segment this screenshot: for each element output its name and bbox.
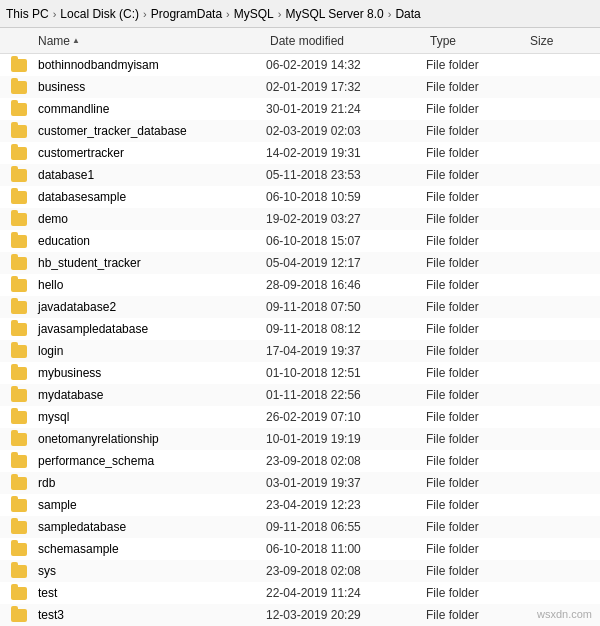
file-date: 06-10-2018 11:00 (266, 542, 426, 556)
file-name: sampledatabase (34, 520, 266, 534)
file-icon-cell (4, 411, 34, 424)
file-icon-cell (4, 323, 34, 336)
table-row[interactable]: mybusiness 01-10-2018 12:51 File folder (0, 362, 600, 384)
file-icon-cell (4, 257, 34, 270)
table-row[interactable]: login 17-04-2019 19:37 File folder (0, 340, 600, 362)
sep5: › (388, 8, 392, 20)
folder-icon (11, 169, 27, 182)
folder-icon (11, 433, 27, 446)
table-row[interactable]: mydatabase 01-11-2018 22:56 File folder (0, 384, 600, 406)
file-type: File folder (426, 102, 526, 116)
table-row[interactable]: bothinnodbandmyisam 06-02-2019 14:32 Fil… (0, 54, 600, 76)
file-type: File folder (426, 476, 526, 490)
folder-icon (11, 477, 27, 490)
table-row[interactable]: performance_schema 23-09-2018 02:08 File… (0, 450, 600, 472)
file-type: File folder (426, 410, 526, 424)
table-row[interactable]: customer_tracker_database 02-03-2019 02:… (0, 120, 600, 142)
table-row[interactable]: rdb 03-01-2019 19:37 File folder (0, 472, 600, 494)
file-icon-cell (4, 389, 34, 402)
file-name: performance_schema (34, 454, 266, 468)
file-name: sys (34, 564, 266, 578)
table-row[interactable]: database1 05-11-2018 23:53 File folder (0, 164, 600, 186)
folder-icon (11, 213, 27, 226)
file-type: File folder (426, 168, 526, 182)
watermark: wsxdn.com (537, 608, 592, 620)
file-date: 02-01-2019 17:32 (266, 80, 426, 94)
breadcrumb-mysql-server[interactable]: MySQL Server 8.0 (285, 7, 383, 21)
col-name-label: Name (38, 34, 70, 48)
file-name: test3 (34, 608, 266, 622)
sort-arrow: ▲ (72, 36, 80, 45)
table-row[interactable]: test 22-04-2019 11:24 File folder (0, 582, 600, 604)
file-date: 19-02-2019 03:27 (266, 212, 426, 226)
file-date: 28-09-2018 16:46 (266, 278, 426, 292)
table-row[interactable]: customertracker 14-02-2019 19:31 File fo… (0, 142, 600, 164)
file-icon-cell (4, 125, 34, 138)
file-name: commandline (34, 102, 266, 116)
col-header-name[interactable]: Name ▲ (34, 32, 266, 50)
col-header-type[interactable]: Type (426, 32, 526, 50)
file-name: education (34, 234, 266, 248)
sep3: › (226, 8, 230, 20)
col-header-size[interactable]: Size (526, 32, 596, 50)
file-type: File folder (426, 124, 526, 138)
file-date: 01-11-2018 22:56 (266, 388, 426, 402)
file-type: File folder (426, 586, 526, 600)
file-type: File folder (426, 344, 526, 358)
file-date: 12-03-2019 20:29 (266, 608, 426, 622)
breadcrumb-mysql[interactable]: MySQL (234, 7, 274, 21)
file-date: 01-10-2018 12:51 (266, 366, 426, 380)
breadcrumb-programdata[interactable]: ProgramData (151, 7, 222, 21)
table-row[interactable]: demo 19-02-2019 03:27 File folder (0, 208, 600, 230)
address-bar: This PC › Local Disk (C:) › ProgramData … (0, 0, 600, 28)
table-row[interactable]: sample 23-04-2019 12:23 File folder (0, 494, 600, 516)
folder-icon (11, 81, 27, 94)
column-headers: Name ▲ Date modified Type Size (0, 28, 600, 54)
file-type: File folder (426, 608, 526, 622)
table-row[interactable]: mysql 26-02-2019 07:10 File folder (0, 406, 600, 428)
table-row[interactable]: schemasample 06-10-2018 11:00 File folde… (0, 538, 600, 560)
table-row[interactable]: databasesample 06-10-2018 10:59 File fol… (0, 186, 600, 208)
table-row[interactable]: hello 28-09-2018 16:46 File folder (0, 274, 600, 296)
file-name: mysql (34, 410, 266, 424)
folder-icon (11, 609, 27, 622)
file-date: 06-10-2018 10:59 (266, 190, 426, 204)
file-list: bothinnodbandmyisam 06-02-2019 14:32 Fil… (0, 54, 600, 626)
table-row[interactable]: onetomanyrelationship 10-01-2019 19:19 F… (0, 428, 600, 450)
file-type: File folder (426, 520, 526, 534)
file-icon-cell (4, 59, 34, 72)
file-name: sample (34, 498, 266, 512)
col-header-date[interactable]: Date modified (266, 32, 426, 50)
file-icon-cell (4, 433, 34, 446)
file-type: File folder (426, 58, 526, 72)
breadcrumb-data: Data (395, 7, 420, 21)
file-icon-cell (4, 103, 34, 116)
file-date: 22-04-2019 11:24 (266, 586, 426, 600)
file-type: File folder (426, 278, 526, 292)
table-row[interactable]: sampledatabase 09-11-2018 06:55 File fol… (0, 516, 600, 538)
table-row[interactable]: hb_student_tracker 05-04-2019 12:17 File… (0, 252, 600, 274)
table-row[interactable]: business 02-01-2019 17:32 File folder (0, 76, 600, 98)
file-name: schemasample (34, 542, 266, 556)
file-type: File folder (426, 300, 526, 314)
file-name: demo (34, 212, 266, 226)
table-row[interactable]: education 06-10-2018 15:07 File folder (0, 230, 600, 252)
breadcrumb-local-disk[interactable]: Local Disk (C:) (60, 7, 139, 21)
folder-icon (11, 587, 27, 600)
file-date: 26-02-2019 07:10 (266, 410, 426, 424)
file-type: File folder (426, 498, 526, 512)
folder-icon (11, 301, 27, 314)
file-name: hb_student_tracker (34, 256, 266, 270)
table-row[interactable]: javadatabase2 09-11-2018 07:50 File fold… (0, 296, 600, 318)
table-row[interactable]: test3 12-03-2019 20:29 File folder (0, 604, 600, 626)
folder-icon (11, 389, 27, 402)
file-icon-cell (4, 279, 34, 292)
folder-icon (11, 279, 27, 292)
file-date: 14-02-2019 19:31 (266, 146, 426, 160)
breadcrumb-this-pc[interactable]: This PC (6, 7, 49, 21)
file-icon-cell (4, 345, 34, 358)
file-icon-cell (4, 147, 34, 160)
table-row[interactable]: commandline 30-01-2019 21:24 File folder (0, 98, 600, 120)
table-row[interactable]: sys 23-09-2018 02:08 File folder (0, 560, 600, 582)
table-row[interactable]: javasampledatabase 09-11-2018 08:12 File… (0, 318, 600, 340)
